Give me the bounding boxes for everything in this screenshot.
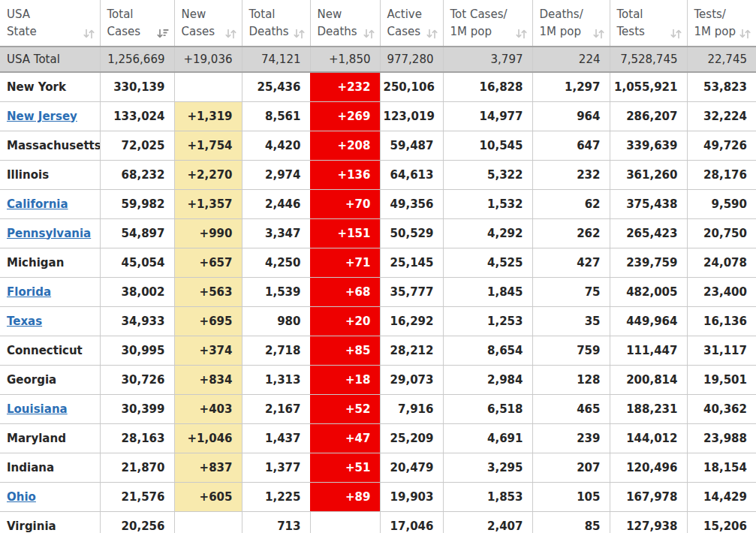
sort-amount-desc-icon <box>157 29 169 39</box>
state-link[interactable]: Florida <box>7 285 51 299</box>
value-cell: +1,850 <box>310 47 380 72</box>
value-cell: 2,407 <box>443 511 532 533</box>
state-cell: Ohio <box>0 482 100 511</box>
value-cell: 1,253 <box>443 306 532 336</box>
value-cell: 49,726 <box>687 131 756 160</box>
value-cell: 361,260 <box>610 160 687 189</box>
value-cell: 7,528,745 <box>610 47 687 72</box>
new-deaths-cell: +269 <box>310 101 380 131</box>
column-header-total_cases[interactable]: TotalCases <box>100 0 174 47</box>
table-row: New York330,13925,436+232250,10616,8281,… <box>0 72 756 101</box>
new-cases-cell: +374 <box>174 336 242 365</box>
column-header-cases_per_1m[interactable]: Tot Cases/1M pop <box>443 0 532 47</box>
value-cell: 20,479 <box>380 453 443 482</box>
value-cell: 54,897 <box>100 218 174 248</box>
new-deaths-cell: +52 <box>310 394 380 423</box>
value-cell: 127,938 <box>610 511 687 533</box>
table-row: Georgia30,726+8341,313+1829,0732,9841282… <box>0 365 756 394</box>
column-header-deaths_per_1m[interactable]: Deaths/1M pop <box>532 0 610 47</box>
new-deaths-cell: +20 <box>310 306 380 336</box>
value-cell: 980 <box>242 306 310 336</box>
value-cell: 59,982 <box>100 189 174 218</box>
column-label-line: Cases <box>182 25 215 38</box>
table-row: California59,982+1,3572,446+7049,3561,53… <box>0 189 756 218</box>
value-cell: 68,232 <box>100 160 174 189</box>
new-cases-cell: +563 <box>174 277 242 306</box>
state-cell: New Jersey <box>0 101 100 131</box>
value-cell: 2,167 <box>242 394 310 423</box>
new-cases-cell: +1,046 <box>174 423 242 453</box>
sort-arrows-icon <box>426 29 438 39</box>
value-cell: 6,518 <box>443 394 532 423</box>
state-link[interactable]: Texas <box>7 315 42 328</box>
value-cell: 4,250 <box>242 248 310 277</box>
value-cell: 19,903 <box>380 482 443 511</box>
new-deaths-cell: +85 <box>310 336 380 365</box>
value-cell: 75 <box>532 277 610 306</box>
new-deaths-cell: +208 <box>310 131 380 160</box>
value-cell: 188,231 <box>610 394 687 423</box>
value-cell: 25,209 <box>380 423 443 453</box>
value-cell: 286,207 <box>610 101 687 131</box>
new-deaths-cell: +51 <box>310 453 380 482</box>
sort-arrows-icon <box>670 29 682 39</box>
value-cell: 15,206 <box>687 511 756 533</box>
value-cell: 18,154 <box>687 453 756 482</box>
state-link[interactable]: Pennsylvania <box>7 227 91 240</box>
value-cell: 16,292 <box>380 306 443 336</box>
table-row: Maryland28,163+1,0461,437+4725,2094,6912… <box>0 423 756 453</box>
value-cell: 3,797 <box>443 47 532 72</box>
new-deaths-cell: +232 <box>310 72 380 101</box>
value-cell: 449,964 <box>610 306 687 336</box>
state-link[interactable]: Ohio <box>7 490 36 504</box>
column-label-line: Tests/ <box>694 8 726 21</box>
column-header-state[interactable]: USAState <box>0 0 100 47</box>
sort-arrows-icon <box>593 29 604 39</box>
value-cell: 482,005 <box>610 277 687 306</box>
value-cell: 10,545 <box>443 131 532 160</box>
new-cases-cell: +1,319 <box>174 101 242 131</box>
new-cases-cell: +2,270 <box>174 160 242 189</box>
column-header-total_tests[interactable]: TotalTests <box>610 0 687 47</box>
value-cell: 21,576 <box>100 482 174 511</box>
value-cell: 2,446 <box>242 189 310 218</box>
state-cell: Connecticut <box>0 336 100 365</box>
new-deaths-cell: +68 <box>310 277 380 306</box>
state-cell: Florida <box>0 277 100 306</box>
value-cell: 28,176 <box>687 160 756 189</box>
value-cell: 4,525 <box>443 248 532 277</box>
column-header-new_cases[interactable]: NewCases <box>174 0 242 47</box>
table-row: Connecticut30,995+3742,718+8528,2128,654… <box>0 336 756 365</box>
table-row: New Jersey133,024+1,3198,561+269123,0191… <box>0 101 756 131</box>
sort-arrows-icon <box>739 29 751 39</box>
state-cell: Texas <box>0 306 100 336</box>
value-cell: 9,590 <box>687 189 756 218</box>
value-cell: 21,870 <box>100 453 174 482</box>
value-cell: 977,280 <box>380 47 443 72</box>
column-label-line: Deaths <box>318 25 357 38</box>
value-cell <box>174 72 242 101</box>
sort-arrows-icon <box>516 29 527 39</box>
value-cell: 3,347 <box>242 218 310 248</box>
column-label-line: New <box>182 8 206 21</box>
value-cell: 8,654 <box>443 336 532 365</box>
column-label-line: Active <box>387 8 422 21</box>
column-label-line: Tot Cases/ <box>450 8 508 21</box>
sort-arrows-icon <box>294 29 305 39</box>
column-header-active_cases[interactable]: ActiveCases <box>380 0 443 47</box>
value-cell: 1,539 <box>242 277 310 306</box>
column-header-tests_per_1m[interactable]: Tests/1M pop <box>687 0 756 47</box>
column-header-total_deaths[interactable]: TotalDeaths <box>242 0 310 47</box>
column-header-new_deaths[interactable]: NewDeaths <box>310 0 380 47</box>
state-link[interactable]: California <box>7 197 68 211</box>
column-label-line: Deaths <box>249 25 289 38</box>
value-cell: 128 <box>532 365 610 394</box>
value-cell <box>174 511 242 533</box>
value-cell: 123,019 <box>380 101 443 131</box>
column-label-line: Total <box>107 8 134 21</box>
value-cell: 759 <box>532 336 610 365</box>
table-row: Texas34,933+695980+2016,2921,25335449,96… <box>0 306 756 336</box>
state-link[interactable]: Louisiana <box>7 402 68 416</box>
sort-arrows-icon <box>83 29 95 39</box>
state-link[interactable]: New Jersey <box>7 110 77 123</box>
